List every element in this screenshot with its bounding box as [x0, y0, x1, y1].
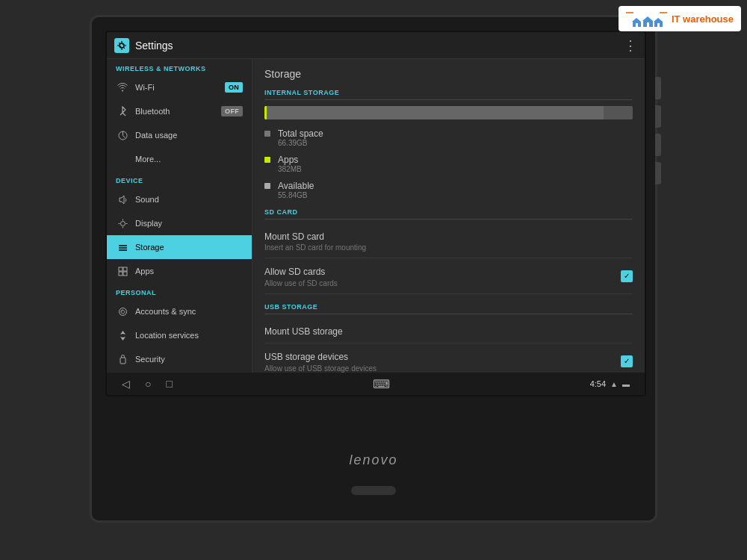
- watermark: IT warehouse: [619, 6, 741, 31]
- apps-value: 382MB: [278, 165, 302, 173]
- bluetooth-icon: [116, 105, 129, 118]
- security-icon: [116, 352, 129, 366]
- mount-sd-desc: Insert an SD card for mounting: [264, 243, 633, 252]
- menu-button[interactable]: ⋮: [624, 37, 637, 54]
- total-info: Total space 66.39GB: [278, 128, 323, 147]
- svg-marker-13: [120, 196, 124, 204]
- svg-rect-9: [657, 23, 660, 27]
- allow-sd-title: Allow SD cards: [264, 267, 325, 277]
- sidebar-item-more[interactable]: More...: [107, 147, 252, 171]
- sd-item-allow[interactable]: Allow SD cards Allow use of SD cards ✓: [264, 258, 633, 294]
- side-btn-2[interactable]: [655, 105, 661, 128]
- sd-card-header: SD CARD: [264, 208, 633, 220]
- total-dot: [264, 131, 270, 137]
- mount-sd-row: Mount SD card: [264, 231, 633, 242]
- more-label: More...: [135, 155, 243, 164]
- total-value: 66.39GB: [278, 139, 323, 147]
- sidebar-item-apps[interactable]: Apps: [107, 259, 252, 283]
- apps-icon: [116, 264, 129, 278]
- usb-devices-checkbox[interactable]: ✓: [621, 355, 633, 367]
- available-dot: [264, 183, 270, 189]
- usb-devices-title: USB storage devices: [264, 352, 348, 362]
- usb-item-mount[interactable]: Mount USB storage: [264, 320, 633, 343]
- display-icon: [116, 217, 129, 230]
- apps-info: Apps 382MB: [278, 155, 302, 173]
- sd-card-section: SD CARD Mount SD card Insert an SD card …: [264, 208, 633, 294]
- bottom-bar: [92, 461, 655, 520]
- sidebar-item-display[interactable]: Display: [107, 211, 252, 235]
- display-label: Display: [135, 219, 243, 228]
- storage-item-apps: Apps 382MB: [264, 155, 633, 173]
- bluetooth-label: Bluetooth: [135, 107, 221, 116]
- side-btn-4[interactable]: [655, 162, 661, 184]
- bluetooth-toggle[interactable]: OFF: [221, 106, 243, 116]
- apps-dot: [264, 157, 270, 163]
- allow-sd-checkbox[interactable]: ✓: [621, 270, 633, 282]
- storage-item-total: Total space 66.39GB: [264, 128, 633, 147]
- sidebar-item-data-usage[interactable]: Data usage: [107, 123, 252, 147]
- bottom-notch: [351, 486, 396, 495]
- svg-marker-1: [632, 18, 641, 22]
- svg-point-14: [120, 221, 125, 225]
- sidebar-item-accounts[interactable]: Accounts & sync: [107, 299, 252, 323]
- laptop-frame: ThinkPad Settings ⋮: [90, 15, 657, 523]
- app-title: Settings: [135, 40, 624, 52]
- battery-icon: ▬: [622, 380, 630, 388]
- screen: Settings ⋮ WIRELESS & NETWORKS: [105, 31, 646, 396]
- side-btn-3[interactable]: [655, 134, 661, 156]
- location-icon: [116, 329, 129, 342]
- usb-devices-row: USB storage devices Allow use of USB sto…: [264, 349, 633, 373]
- wifi-label: Wi-Fi: [135, 83, 225, 92]
- wifi-icon: [116, 81, 129, 94]
- location-label: Location services: [135, 331, 243, 340]
- usb-section: USB STORAGE Mount USB storage USB storag…: [264, 303, 633, 373]
- usb-item-devices[interactable]: USB storage devices Allow use of USB sto…: [264, 343, 633, 373]
- data-usage-icon: [116, 128, 129, 142]
- sidebar-item-wifi[interactable]: Wi-Fi ON: [107, 75, 252, 99]
- more-icon: [116, 152, 129, 166]
- allow-sd-desc: Allow use of SD cards: [264, 279, 338, 287]
- sidebar-item-storage[interactable]: Storage: [107, 235, 252, 259]
- storage-label: Storage: [135, 243, 243, 252]
- nav-right: 4:54 ▲ ▬: [590, 379, 630, 388]
- sound-icon: [116, 193, 129, 206]
- sidebar-item-bluetooth[interactable]: Bluetooth OFF: [107, 99, 252, 123]
- recent-button[interactable]: □: [166, 378, 172, 390]
- side-buttons: [655, 77, 661, 184]
- keyboard-button[interactable]: ⌨: [373, 377, 390, 391]
- sidebar-item-sound[interactable]: Sound: [107, 187, 252, 211]
- side-btn-1[interactable]: [655, 77, 661, 99]
- home-button[interactable]: ○: [145, 378, 151, 390]
- clock: 4:54: [590, 379, 606, 388]
- sidebar: WIRELESS & NETWORKS Wi-Fi ON: [107, 59, 252, 373]
- storage-bar: [264, 106, 633, 119]
- svg-marker-29: [120, 331, 125, 335]
- allow-sd-info: Allow SD cards Allow use of SD cards: [264, 264, 338, 287]
- mount-sd-title: Mount SD card: [264, 231, 324, 242]
- sd-item-mount[interactable]: Mount SD card Insert an SD card for moun…: [264, 225, 633, 258]
- apps-label: Apps: [278, 155, 302, 165]
- wifi-toggle[interactable]: ON: [225, 82, 243, 93]
- svg-marker-30: [120, 337, 125, 340]
- accounts-icon: [116, 305, 129, 318]
- storage-bar-used: [264, 106, 604, 119]
- svg-rect-23: [123, 267, 127, 271]
- sidebar-item-location[interactable]: Location services: [107, 323, 252, 347]
- settings-app: Settings ⋮ WIRELESS & NETWORKS: [107, 32, 645, 395]
- data-usage-label: Data usage: [135, 131, 243, 140]
- apps-label: Apps: [135, 267, 243, 276]
- main-content: WIRELESS & NETWORKS Wi-Fi ON: [107, 59, 645, 373]
- available-value: 55.84GB: [278, 191, 314, 199]
- watermark-houses: [626, 10, 667, 27]
- accounts-label: Accounts & sync: [135, 307, 243, 316]
- svg-point-26: [119, 308, 126, 315]
- section-header-device: DEVICE: [107, 171, 252, 187]
- watermark-text: IT warehouse: [672, 13, 734, 25]
- wifi-status-icon: ▲: [610, 380, 618, 388]
- internal-storage-header: INTERNAL STORAGE: [264, 89, 633, 100]
- back-button[interactable]: ◁: [122, 378, 130, 390]
- usb-devices-desc: Allow use of USB storage devices: [264, 364, 376, 373]
- sidebar-item-security[interactable]: Security: [107, 347, 252, 371]
- available-info: Available 55.84GB: [278, 181, 314, 199]
- allow-sd-row: Allow SD cards Allow use of SD cards ✓: [264, 264, 633, 287]
